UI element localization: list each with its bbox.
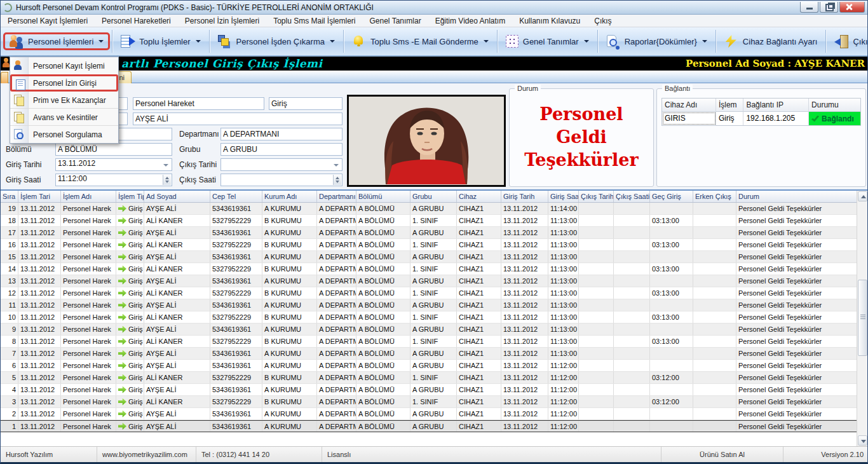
table-row[interactable]: 913.11.2012Personel HarekGirişAYŞE ALİ53… <box>1 324 867 336</box>
menu-item-2[interactable]: Personel İzin Girişi <box>10 74 118 92</box>
toolbar-button[interactable]: Personel İşlemleri <box>3 32 110 50</box>
grid-column-header[interactable]: Giriş Tarih <box>501 191 548 202</box>
table-row[interactable]: 1613.11.2012Personel HarekGirişALİ KANER… <box>1 239 867 251</box>
table-row[interactable]: 1413.11.2012Personel HarekGirişALİ KANER… <box>1 263 867 275</box>
menu-item[interactable]: Personel İzin İşlemleri <box>178 15 266 27</box>
table-row[interactable]: 1213.11.2012Personel HarekGirişALİ KANER… <box>1 287 867 299</box>
grid-column-header[interactable]: Durum <box>736 191 858 202</box>
grid-column-header[interactable]: Çıkış Saati <box>614 191 650 202</box>
table-row[interactable]: 1913.11.2012Personel HarekGirişAYŞE ALİ5… <box>1 203 867 215</box>
table-cell: Personel Harek <box>61 311 116 323</box>
menu-item-5[interactable]: Personel Sorgulama <box>10 126 118 143</box>
table-cell: 13.11.2012 <box>501 324 548 335</box>
grid-column-header[interactable]: Departmanı <box>317 191 356 202</box>
toolbar-button[interactable]: Personel İşden Çıkarma <box>212 32 341 50</box>
bolum-field[interactable] <box>55 143 172 156</box>
islem-tipi-field[interactable] <box>269 97 342 110</box>
table-row[interactable]: 713.11.2012Personel HarekGirişAYŞE ALİ53… <box>1 348 867 360</box>
menu-item[interactable]: Toplu Sms Mail İşlemleri <box>266 15 362 27</box>
giris-tarihi-field[interactable]: 13.11.2012 <box>55 158 172 171</box>
spinner-buttons[interactable] <box>333 175 341 185</box>
table-cell <box>650 421 693 432</box>
menu-item-4[interactable]: Avans ve Kesintiler <box>10 109 118 126</box>
col-islem[interactable]: İşlem <box>716 99 744 112</box>
menu-item-3[interactable]: Prim ve Ek Kazançlar <box>10 92 118 109</box>
scroll-up-arrow[interactable] <box>858 191 867 201</box>
grid-column-header[interactable]: Bölümü <box>356 191 410 202</box>
grid-column-header[interactable]: Giriş Saati <box>548 191 579 202</box>
table-row[interactable]: 1313.11.2012Personel HarekGirişAYŞE ALİ5… <box>1 275 867 287</box>
table-row[interactable]: 113.11.2012Personel HarekGirişAYŞE ALİ53… <box>1 420 867 432</box>
table-cell: 11:13:00 <box>548 239 579 250</box>
table-row[interactable]: 313.11.2012Personel HarekGirişALİ KANER5… <box>1 396 867 408</box>
menu-item[interactable]: Çıkış <box>587 15 618 27</box>
table-cell: Giriş <box>116 239 144 250</box>
cikis-tarihi-field[interactable] <box>220 158 342 171</box>
menu-item-label: Personel Kayıt İşlemi <box>33 62 105 71</box>
grid-column-header[interactable]: Kurum Adı <box>262 191 317 202</box>
menu-item[interactable]: Eğitim Video Anlatım <box>428 15 513 27</box>
table-cell <box>614 287 650 299</box>
spinner-buttons[interactable] <box>163 175 171 185</box>
col-baglanti-ip[interactable]: Bağlantı IP <box>743 99 809 112</box>
grid-column-header[interactable]: Geç Giriş <box>650 191 693 202</box>
table-row[interactable]: 513.11.2012Personel HarekGirişALİ KANER5… <box>1 372 867 384</box>
col-cihaz-adi[interactable]: Cihaz Adı <box>662 99 716 112</box>
vertical-scrollbar[interactable] <box>857 191 867 446</box>
table-row[interactable]: 413.11.2012Personel HarekGirişAYŞE ALİ53… <box>1 384 867 396</box>
menu-item[interactable]: Genel Tanımlar <box>363 15 428 27</box>
table-cell: B KURUMU <box>262 239 317 250</box>
islem-adi-field[interactable] <box>133 97 264 110</box>
table-row[interactable]: 1813.11.2012Personel HarekGirişALİ KANER… <box>1 215 867 227</box>
grid-column-header[interactable]: Çıkış Tarih <box>579 191 614 202</box>
restore-button[interactable] <box>820 2 838 13</box>
close-button[interactable] <box>839 2 865 13</box>
scroll-thumb[interactable] <box>858 280 867 356</box>
toolbar-button[interactable]: Raporlar{Dökümler} <box>600 32 714 50</box>
table-row[interactable]: 1513.11.2012Personel HarekGirişAYŞE ALİ5… <box>1 251 867 263</box>
grup-field[interactable] <box>220 143 342 156</box>
menu-item[interactable]: Personel Kayıt İşlemleri <box>1 15 95 27</box>
menu-item[interactable]: Kullanım Kılavuzu <box>512 15 587 27</box>
connection-table: Cihaz Adı İşlem Bağlantı IP Durumu GIRIS… <box>661 98 861 126</box>
table-cell <box>693 287 736 299</box>
connection-row[interactable]: GIRIS Giriş 192.168.1.205 Bağlandı <box>662 112 860 125</box>
table-cell: 13.11.2012 <box>501 239 548 250</box>
departman-field[interactable] <box>220 128 342 140</box>
menu-item-1[interactable]: Personel Kayıt İşlemi <box>10 57 118 74</box>
statusbar-buy-link[interactable]: Ürünü Satın Al <box>661 447 783 462</box>
table-row[interactable]: 613.11.2012Personel HarekGirişAYŞE ALİ53… <box>1 360 867 372</box>
grid-column-header[interactable]: Erken Çıkış <box>693 191 736 202</box>
giris-tarihi-label: Giriş Tarihi <box>6 160 41 169</box>
toolbar-button[interactable]: Toplu Sms -E Mail Gönderme <box>346 32 495 50</box>
giris-saati-field[interactable]: 11:12:00 <box>55 174 172 186</box>
scroll-down-arrow[interactable] <box>858 435 867 446</box>
table-row[interactable]: 1013.11.2012Personel HarekGirişALİ KANER… <box>1 311 867 324</box>
table-row[interactable]: 213.11.2012Personel HarekGirişAYŞE ALİ53… <box>1 408 867 420</box>
statusbar-website[interactable]: www.biyometrikyazilim.com <box>97 447 196 462</box>
table-cell: Personel Harek <box>61 215 116 226</box>
table-row[interactable]: 813.11.2012Personel HarekGirişALİ KANER5… <box>1 336 867 348</box>
cikis-saati-field[interactable] <box>220 174 342 186</box>
grid-column-header[interactable]: İşlem Tari <box>18 191 61 202</box>
ad-soyad-field[interactable] <box>133 113 342 125</box>
table-row[interactable]: 1713.11.2012Personel HarekGirişAYŞE ALİ5… <box>1 227 867 239</box>
toolbar-button[interactable]: Çıkış <box>828 32 868 50</box>
table-cell: 13.11.2012 <box>18 372 61 383</box>
menu-item[interactable]: Personel Hareketleri <box>95 15 178 27</box>
table-row[interactable]: 1113.11.2012Personel HarekGirişAYŞE ALİ5… <box>1 299 867 311</box>
minimize-button[interactable] <box>800 2 818 13</box>
toolbar-button[interactable]: Cihaz Bağlantı Ayarı <box>718 32 824 50</box>
grid-column-header[interactable]: Sıra <box>1 191 18 202</box>
grid-column-header[interactable]: İşlem Adı <box>61 191 116 202</box>
grid-column-header[interactable]: Cep Tel <box>210 191 262 202</box>
table-cell <box>693 227 736 238</box>
col-durumu[interactable]: Durumu <box>809 99 860 112</box>
toolbar-button[interactable]: Toplu İşlemler <box>114 32 207 50</box>
grid-column-header[interactable]: İşlem Tip <box>116 191 144 202</box>
cell-durumu: Bağlandı <box>809 112 860 125</box>
grid-column-header[interactable]: Cihaz <box>457 191 501 202</box>
grid-column-header[interactable]: Grubu <box>410 191 457 202</box>
toolbar-button[interactable]: Genel Tanımlar <box>499 32 595 50</box>
grid-column-header[interactable]: Ad Soyad <box>144 191 210 202</box>
